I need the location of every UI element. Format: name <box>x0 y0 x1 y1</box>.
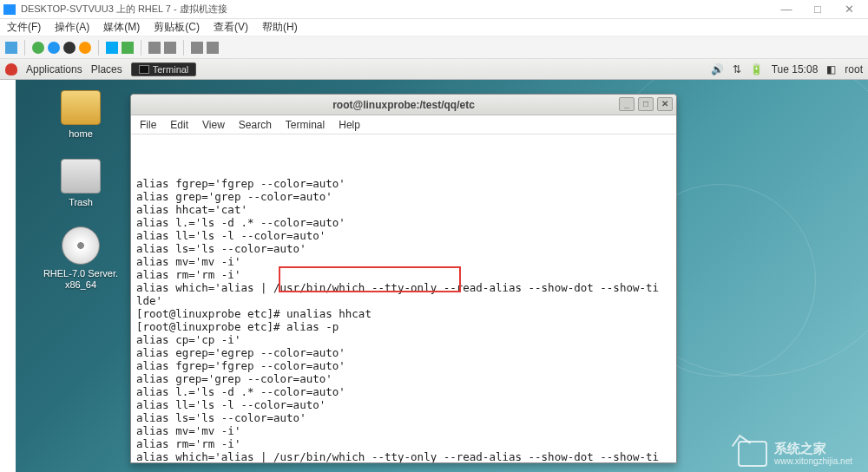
terminal-line: alias l.='ls -d .* --color=auto' <box>136 385 671 398</box>
user-label[interactable]: root <box>845 63 863 75</box>
power-icon[interactable]: ◧ <box>826 63 836 75</box>
terminal-minimize-button[interactable]: _ <box>619 97 635 111</box>
vm-menu-action[interactable]: 操作(A) <box>55 20 89 35</box>
watermark-icon <box>738 441 767 467</box>
places-menu[interactable]: Places <box>91 63 122 75</box>
vm-icon <box>3 4 16 15</box>
gnome-top-panel: Applications Places Terminal 🔊 ⇅ 🔋 Tue 1… <box>0 59 868 80</box>
watermark-brand: 系统之家 <box>774 442 852 456</box>
terminal-menu-edit[interactable]: Edit <box>170 119 188 131</box>
terminal-menubar: File Edit View Search Terminal Help <box>131 115 676 134</box>
terminal-menu-view[interactable]: View <box>202 119 225 131</box>
shutdown-icon[interactable] <box>63 42 76 54</box>
terminal-menu-file[interactable]: File <box>140 119 156 131</box>
terminal-menu-terminal[interactable]: Terminal <box>286 119 325 131</box>
terminal-line: alias ll='ls -l --color=auto' <box>136 229 671 242</box>
host-maximize-button[interactable]: □ <box>802 3 833 16</box>
page-margin <box>0 80 16 472</box>
desktop-icons: home Trash RHEL-7.0 Server. x86_64 <box>42 90 120 291</box>
terminal-line: alias fgrep='fgrep --color=auto' <box>136 359 671 372</box>
revert-icon[interactable] <box>164 42 176 54</box>
taskbar-terminal[interactable]: Terminal <box>131 62 197 76</box>
terminal-line: alias fgrep='fgrep --color=auto' <box>136 177 671 190</box>
terminal-line: alias l.='ls -d .* --color=auto' <box>136 216 671 229</box>
terminal-menu-search[interactable]: Search <box>239 119 272 131</box>
applications-menu[interactable]: Applications <box>26 63 82 75</box>
redhat-icon[interactable] <box>5 63 17 75</box>
terminal-line: alias ls='ls --color=auto' <box>136 411 671 424</box>
folder-icon <box>61 90 101 125</box>
trash-label: Trash <box>42 197 120 208</box>
terminal-line: [root@linuxprobe etc]# unalias hhcat <box>136 307 671 320</box>
terminal-line: alias egrep='egrep --color=auto' <box>136 346 671 359</box>
vm-menu-file[interactable]: 文件(F) <box>7 20 41 35</box>
disc-icon <box>62 226 100 265</box>
terminal-line: alias grep='grep --color=auto' <box>136 372 671 385</box>
pause-icon[interactable] <box>106 42 118 54</box>
system-tray: 🔊 ⇅ 🔋 Tue 15:08 ◧ root <box>711 63 863 75</box>
terminal-line: alias grep='grep --color=auto' <box>136 190 671 203</box>
vm-titlebar: DESKTOP-SVTVUU3 上的 RHEL 7 - 虚拟机连接 — □ ✕ <box>0 0 868 19</box>
terminal-line: alias rm='rm -i' <box>136 437 671 450</box>
clock[interactable]: Tue 15:08 <box>772 63 819 75</box>
vm-menu-help[interactable]: 帮助(H) <box>262 20 298 35</box>
host-close-button[interactable]: ✕ <box>833 3 865 16</box>
terminal-maximize-button[interactable]: □ <box>638 97 654 111</box>
media-label-line2: x86_64 <box>42 279 120 291</box>
terminal-line: lde' <box>136 294 671 307</box>
terminal-body[interactable]: alias fgrep='fgrep --color=auto'alias gr… <box>131 134 676 462</box>
vm-title: DESKTOP-SVTVUU3 上的 RHEL 7 - 虚拟机连接 <box>21 3 227 16</box>
trash-icon <box>61 159 101 193</box>
volume-icon[interactable]: 🔊 <box>711 63 724 75</box>
desktop[interactable]: home Trash RHEL-7.0 Server. x86_64 root@… <box>0 80 868 472</box>
share-icon[interactable] <box>207 42 219 54</box>
battery-icon[interactable]: 🔋 <box>750 63 763 75</box>
watermark-url: www.xitongzhijia.net <box>774 456 852 466</box>
checkpoint-icon[interactable] <box>148 42 161 54</box>
terminal-close-button[interactable]: ✕ <box>657 97 673 111</box>
vm-menubar: 文件(F) 操作(A) 媒体(M) 剪贴板(C) 查看(V) 帮助(H) <box>0 19 868 36</box>
terminal-menu-help[interactable]: Help <box>339 119 360 131</box>
terminal-window: root@linuxprobe:/test/qq/etc _ □ ✕ File … <box>130 94 677 463</box>
vm-menu-view[interactable]: 查看(V) <box>214 20 248 35</box>
terminal-line: alias which='alias | /usr/bin/which --tt… <box>136 450 671 462</box>
terminal-title: root@linuxprobe:/test/qq/etc <box>332 99 475 111</box>
reset-icon[interactable] <box>122 42 134 54</box>
terminal-icon <box>139 65 149 74</box>
terminal-line: alias ls='ls --color=auto' <box>136 242 671 255</box>
network-icon[interactable]: ⇅ <box>733 63 741 75</box>
vm-toolbar <box>0 36 868 59</box>
watermark: 系统之家 www.xitongzhijia.net <box>738 441 852 467</box>
host-minimize-button[interactable]: — <box>771 3 802 16</box>
terminal-line: alias hhcat='cat' <box>136 203 671 216</box>
optical-media[interactable]: RHEL-7.0 Server. x86_64 <box>42 226 120 290</box>
trash[interactable]: Trash <box>42 159 120 208</box>
terminal-line: [root@linuxprobe etc]# alias -p <box>136 320 671 333</box>
start-icon[interactable] <box>32 42 44 54</box>
terminal-line: alias mv='mv -i' <box>136 424 671 437</box>
enhanced-icon[interactable] <box>191 42 203 54</box>
media-label-line1: RHEL-7.0 Server. <box>42 268 120 279</box>
vm-menu-media[interactable]: 媒体(M) <box>103 20 140 35</box>
save-icon[interactable] <box>79 42 91 54</box>
command-highlight <box>279 266 461 292</box>
home-folder[interactable]: home <box>42 90 120 140</box>
vm-menu-clipboard[interactable]: 剪贴板(C) <box>154 20 200 35</box>
terminal-line: alias ll='ls -l --color=auto' <box>136 398 671 411</box>
home-label: home <box>42 128 120 140</box>
ctrl-alt-del-icon[interactable] <box>5 42 17 54</box>
terminal-line: alias cp='cp -i' <box>136 333 671 346</box>
turnoff-icon[interactable] <box>48 42 60 54</box>
taskbar-terminal-label: Terminal <box>153 64 189 75</box>
terminal-titlebar[interactable]: root@linuxprobe:/test/qq/etc _ □ ✕ <box>131 95 676 115</box>
